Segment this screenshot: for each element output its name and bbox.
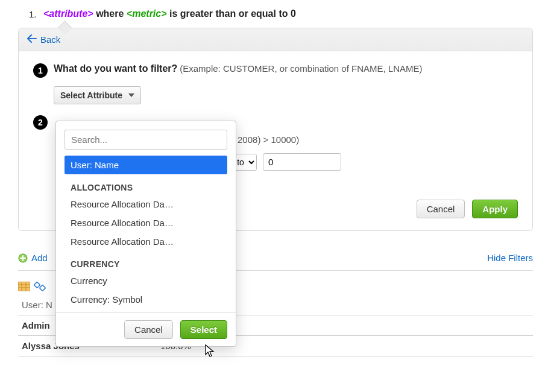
panel-apply-button[interactable]: Apply (472, 200, 518, 218)
svg-rect-7 (40, 285, 46, 291)
back-link[interactable]: Back (40, 34, 60, 45)
step-1-badge: 1 (33, 63, 48, 78)
filter-value-input[interactable] (263, 153, 341, 171)
attribute-picker-popover: User: Name ALLOCATIONS Resource Allocati… (55, 121, 236, 347)
step-2-badge: 2 (33, 115, 48, 130)
add-filter-link[interactable]: Add (18, 253, 48, 263)
filter-rule-summary: 1. <attribute> where <metric> is greater… (0, 0, 551, 28)
rule-attribute-token[interactable]: <attribute> (43, 8, 93, 19)
step-1-title: What do you want to filter? (54, 63, 177, 74)
attribute-option[interactable]: Currency (65, 271, 227, 290)
attribute-group-currency: CURRENCY (65, 251, 227, 271)
popover-select-button[interactable]: Select (180, 320, 227, 339)
panel-cancel-button[interactable]: Cancel (417, 200, 465, 218)
chevron-down-icon (128, 93, 134, 97)
rule-index: 1. (29, 9, 37, 19)
add-filter-label: Add (31, 253, 48, 263)
attribute-option[interactable]: Currency: Symbol (65, 290, 227, 309)
back-arrow-icon[interactable] (27, 34, 37, 45)
attribute-search-input[interactable] (65, 130, 227, 150)
attribute-option[interactable]: Resource Allocation Da… (65, 232, 227, 251)
popover-cancel-button[interactable]: Cancel (124, 320, 173, 339)
attribute-group-allocations: ALLOCATIONS (65, 174, 227, 195)
widget-icon[interactable] (34, 282, 46, 291)
select-attribute-label: Select Attribute (60, 90, 122, 100)
hide-filters-link[interactable]: Hide Filters (487, 253, 533, 263)
add-icon (18, 253, 28, 263)
attribute-option[interactable]: Resource Allocation Da… (65, 213, 227, 232)
svg-rect-6 (34, 282, 40, 288)
step-1-hint: (Example: CUSTOMER, or combination of FN… (180, 63, 422, 74)
rule-metric-token[interactable]: <metric> (127, 8, 167, 19)
select-attribute-dropdown[interactable]: Select Attribute (54, 86, 141, 104)
attribute-option-selected[interactable]: User: Name (65, 156, 227, 174)
step-1: 1 What do you want to filter? (Example: … (33, 63, 518, 78)
attribute-option[interactable]: Resource Allocation Da… (65, 195, 227, 213)
svg-rect-1 (18, 282, 30, 291)
grid-view-icon[interactable] (18, 282, 30, 291)
